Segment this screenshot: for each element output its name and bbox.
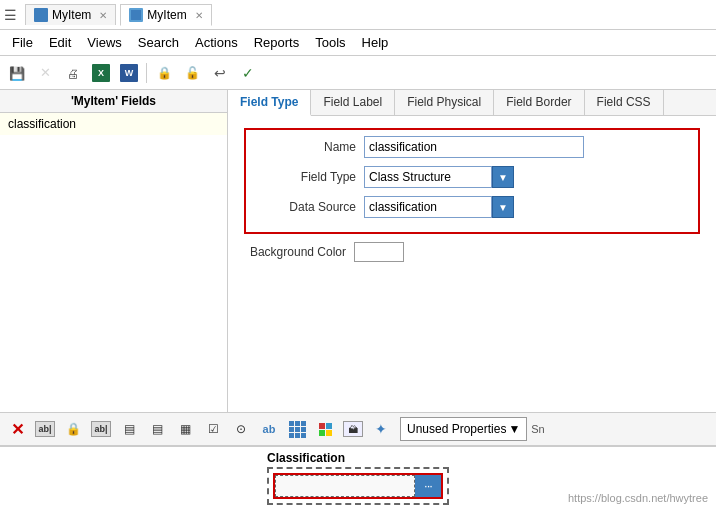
colorblock-icon — [319, 423, 332, 436]
unused-properties-dropdown[interactable]: Unused Properties ▼ — [400, 417, 527, 441]
ab-text-icon: ab| — [35, 421, 55, 437]
menu-actions[interactable]: Actions — [187, 33, 246, 52]
undo-icon — [214, 65, 226, 81]
tab-icon-1 — [34, 8, 48, 22]
name-row: Name — [254, 136, 690, 158]
data-source-select-wrapper: classification ▼ — [364, 196, 514, 218]
lock-icon: 🔒 — [157, 66, 172, 80]
image-icon: 🏔 — [343, 421, 363, 437]
tab-field-label[interactable]: Field Label — [311, 90, 395, 115]
title-bar: ☰ MyItem ✕ MyItem ✕ — [0, 0, 716, 30]
data-source-row: Data Source classification ▼ — [254, 196, 690, 218]
check-button[interactable] — [235, 60, 261, 86]
tab-field-css[interactable]: Field CSS — [585, 90, 664, 115]
name-input[interactable] — [364, 136, 584, 158]
grid-button[interactable] — [284, 416, 310, 442]
preview-area: Classification ··· https://blog.csdn.net… — [0, 446, 716, 508]
radio-button-btn[interactable]: ⊙ — [228, 416, 254, 442]
menu-tools[interactable]: Tools — [307, 33, 353, 52]
word-button[interactable]: W — [116, 60, 142, 86]
unused-props-arrow-icon: ▼ — [508, 422, 520, 436]
grid-icon — [289, 421, 306, 438]
unlock-icon: 🔓 — [185, 66, 200, 80]
star-icon: ✦ — [375, 421, 387, 437]
tab-field-physical[interactable]: Field Physical — [395, 90, 494, 115]
tab-myitem2[interactable]: MyItem ✕ — [120, 4, 211, 26]
preview-action-button[interactable]: ··· — [415, 475, 441, 497]
lock-small-icon: 🔒 — [66, 422, 81, 436]
left-panel-header: 'MyItem' Fields — [0, 90, 227, 113]
preview-widget: Classification ··· — [267, 451, 449, 505]
ab-color-button[interactable]: ab — [256, 416, 282, 442]
field-type-label: Field Type — [254, 170, 364, 184]
toolbar: ✕ X W 🔒 🔓 — [0, 56, 716, 90]
menu-bar: File Edit Views Search Actions Reports T… — [0, 30, 716, 56]
ab2-button[interactable]: ab| — [88, 416, 114, 442]
tab-label-1: MyItem — [52, 8, 91, 22]
list2-button[interactable]: ▤ — [144, 416, 170, 442]
delete-button[interactable]: ✕ — [4, 416, 30, 442]
ab-text-button[interactable]: ab| — [32, 416, 58, 442]
delete-icon: ✕ — [11, 420, 24, 439]
bg-color-label: Background Color — [244, 245, 354, 259]
preview-label: Classification — [267, 451, 345, 465]
tab-close-1[interactable]: ✕ — [99, 10, 107, 21]
lock-small-button[interactable]: 🔒 — [60, 416, 86, 442]
checkbox-icon: ☑ — [208, 422, 219, 436]
data-source-label: Data Source — [254, 200, 364, 214]
check-icon — [242, 65, 254, 81]
tab-icon-2 — [129, 8, 143, 22]
tab-bar: Field Type Field Label Field Physical Fi… — [228, 90, 716, 116]
data-source-dropdown-btn[interactable]: ▼ — [492, 196, 514, 218]
form-area: Name Field Type Class Structure ▼ Data S… — [228, 116, 716, 282]
field-type-row: Field Type Class Structure ▼ — [254, 166, 690, 188]
menu-help[interactable]: Help — [354, 33, 397, 52]
list1-button[interactable]: ▤ — [116, 416, 142, 442]
tab-close-2[interactable]: ✕ — [195, 10, 203, 21]
list3-button[interactable]: ▦ — [172, 416, 198, 442]
undo-button[interactable] — [207, 60, 233, 86]
close-button[interactable]: ✕ — [32, 60, 58, 86]
checkbox-button[interactable]: ☑ — [200, 416, 226, 442]
unlock-button[interactable]: 🔓 — [179, 60, 205, 86]
bottom-toolbar: ✕ ab| 🔒 ab| ▤ ▤ ▦ ☑ ⊙ ab 🏔 ✦ Unused Prop… — [0, 412, 716, 446]
close-icon: ✕ — [40, 65, 51, 80]
tab-field-border[interactable]: Field Border — [494, 90, 584, 115]
watermark-text: https://blog.csdn.net/hwytree — [568, 492, 708, 504]
list-item-classification[interactable]: classification — [0, 113, 227, 135]
preview-input-wrapper: ··· — [273, 473, 443, 499]
ab-color-icon: ab — [263, 423, 276, 435]
tab-field-type[interactable]: Field Type — [228, 90, 311, 116]
left-panel: 'MyItem' Fields classification — [0, 90, 228, 412]
lock-button[interactable]: 🔒 — [151, 60, 177, 86]
menu-search[interactable]: Search — [130, 33, 187, 52]
main-area: 'MyItem' Fields classification Field Typ… — [0, 90, 716, 412]
tab-label-2: MyItem — [147, 8, 186, 22]
list2-icon: ▤ — [152, 422, 163, 436]
red-border-group: Name Field Type Class Structure ▼ Data S… — [244, 128, 700, 234]
sn-label: Sn — [531, 423, 544, 435]
menu-edit[interactable]: Edit — [41, 33, 79, 52]
print-icon — [67, 65, 79, 81]
hamburger-icon[interactable]: ☰ — [4, 7, 17, 23]
print-button[interactable] — [60, 60, 86, 86]
ab2-icon: ab| — [91, 421, 111, 437]
tab-myitem1[interactable]: MyItem ✕ — [25, 4, 116, 25]
preview-btn-dots-icon: ··· — [424, 478, 432, 493]
save-button[interactable] — [4, 60, 30, 86]
excel-button[interactable]: X — [88, 60, 114, 86]
image-button[interactable]: 🏔 — [340, 416, 366, 442]
field-type-select-wrapper: Class Structure ▼ — [364, 166, 514, 188]
menu-views[interactable]: Views — [79, 33, 129, 52]
colorblock-button[interactable] — [312, 416, 338, 442]
menu-file[interactable]: File — [4, 33, 41, 52]
menu-reports[interactable]: Reports — [246, 33, 308, 52]
list1-icon: ▤ — [124, 422, 135, 436]
field-type-dropdown-btn[interactable]: ▼ — [492, 166, 514, 188]
star-button[interactable]: ✦ — [368, 416, 394, 442]
unused-properties-label: Unused Properties — [407, 422, 506, 436]
bg-color-swatch[interactable] — [354, 242, 404, 262]
toolbar-sep-1 — [146, 63, 147, 83]
preview-input-field[interactable] — [275, 475, 415, 497]
radio-icon: ⊙ — [236, 422, 246, 436]
